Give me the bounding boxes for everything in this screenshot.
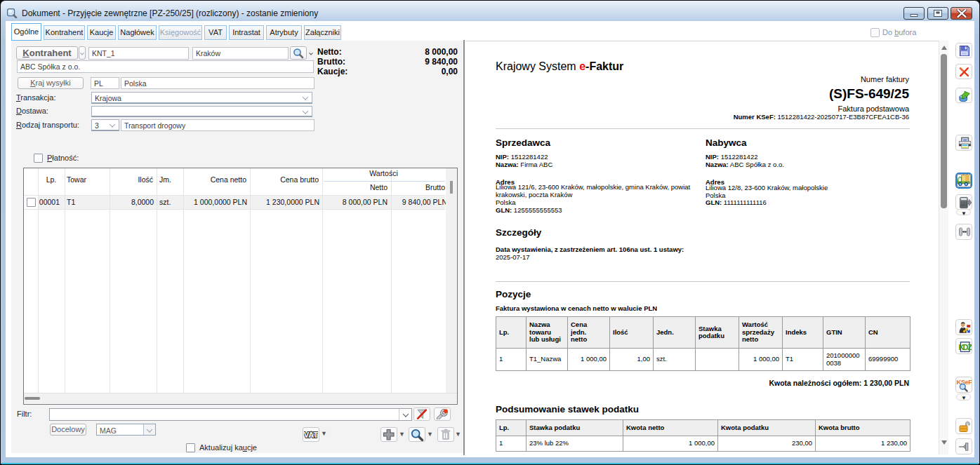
svg-text:Z: Z — [967, 343, 972, 351]
svg-text:VAT: VAT — [304, 431, 318, 439]
